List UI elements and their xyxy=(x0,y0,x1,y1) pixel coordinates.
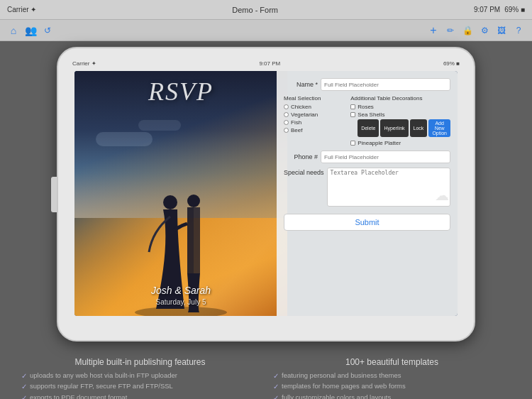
special-textarea[interactable] xyxy=(327,168,450,207)
name-label: Name * xyxy=(284,81,318,88)
ipad-time: 9:07 PM xyxy=(259,60,280,67)
app-screen: RSVP Josh & Sarah Saturday, July 5 Name … xyxy=(74,71,458,316)
decorations-title: Additional Table Decorations xyxy=(350,95,450,102)
home-icon[interactable]: ⌂ xyxy=(7,24,20,37)
feature-text-2: supports regular FTP, secure FTP and FTP… xyxy=(30,382,173,390)
time-text: 9:07 PM xyxy=(474,6,500,13)
radio-vegetarian[interactable]: Vegetarian xyxy=(284,111,348,118)
checkbox-pineapple[interactable]: Pineapple Platter xyxy=(350,140,450,146)
feature-item-1: ✓ uploads to any web host via built-in F… xyxy=(21,371,259,380)
add-new-option-button[interactable]: Add New Option xyxy=(428,119,450,137)
right-feature-item-1: ✓ featuring personal and business themes xyxy=(273,371,511,380)
rsvp-title: RSVP xyxy=(74,77,287,106)
meal-title: Meal Selection xyxy=(284,95,348,102)
name-input[interactable] xyxy=(321,78,450,91)
wedding-names: Josh & Sarah xyxy=(74,285,287,296)
checkbox-roses[interactable]: Roses xyxy=(350,104,450,110)
checkbox-pineapple-box[interactable] xyxy=(350,141,355,146)
radio-chicken-label: Chicken xyxy=(291,104,311,110)
wedding-date: Saturday, July 5 xyxy=(74,298,287,306)
feature-text-1: uploads to any web host via built-in FTP… xyxy=(30,371,177,380)
check-icon-r3: ✓ xyxy=(273,394,279,399)
radio-vegetarian-label: Vegetarian xyxy=(291,111,318,118)
checkbox-roses-box[interactable] xyxy=(350,104,355,109)
left-features-col: Multiple built-in publishing features ✓ … xyxy=(21,357,259,399)
hyperlink-button[interactable]: Hyperlink xyxy=(380,119,408,137)
radio-fish-circle[interactable] xyxy=(284,120,289,125)
radio-beef[interactable]: Beef xyxy=(284,127,348,133)
question-icon[interactable]: ? xyxy=(512,24,525,37)
pencil-icon[interactable]: ✏ xyxy=(444,24,457,37)
photo-background: RSVP Josh & Sarah Saturday, July 5 xyxy=(74,71,287,316)
check-icon-1: ✓ xyxy=(21,372,27,380)
svg-point-2 xyxy=(187,195,200,207)
lock-icon[interactable]: 🔒 xyxy=(461,24,474,37)
checkbox-shells-label: Sea Shells xyxy=(358,111,384,118)
ipad-battery: 69% ■ xyxy=(443,60,460,67)
ipad-carrier: Carrier ✦ xyxy=(72,60,96,67)
radio-beef-circle[interactable] xyxy=(284,128,289,133)
check-icon-3: ✓ xyxy=(21,394,27,399)
carrier-text: Carrier ✦ xyxy=(7,6,36,13)
photo-icon[interactable]: 🖼 xyxy=(495,24,508,37)
system-bar: Carrier ✦ Demo - Form 9:07 PM 69% ■ xyxy=(0,0,532,20)
submit-button[interactable]: Submit xyxy=(284,214,450,231)
form-panel: Name * Meal Selection Chicken xyxy=(277,71,458,316)
feature-item-3: ✓ exports to PDF document format xyxy=(21,393,259,399)
radio-beef-label: Beef xyxy=(291,127,302,133)
home-button[interactable] xyxy=(51,177,57,212)
battery-text: 69% ■ xyxy=(504,6,525,13)
phone-input[interactable] xyxy=(321,151,450,163)
feature-text-3: exports to PDF document format xyxy=(30,393,127,399)
right-features-col: 100+ beautiful templates ✓ featuring per… xyxy=(273,357,511,399)
right-feature-text-2: templates for home pages and web forms xyxy=(282,382,406,390)
gear-icon[interactable]: ⚙ xyxy=(478,24,491,37)
delete-button[interactable]: Delete xyxy=(358,119,379,137)
ipad-status-bar: Carrier ✦ 9:07 PM 69% ■ xyxy=(67,58,465,68)
right-feature-item-3: ✓ fully customizable colors and layouts xyxy=(273,393,511,399)
check-icon-2: ✓ xyxy=(21,383,27,390)
right-feature-item-2: ✓ templates for home pages and web forms xyxy=(273,382,511,390)
phone-row: Phone # xyxy=(284,151,450,163)
main-area: Carrier ✦ 9:07 PM 69% ■ xyxy=(0,41,532,399)
refresh-icon[interactable]: ↺ xyxy=(41,24,54,37)
radio-fish-label: Fish xyxy=(291,119,301,126)
status-right: 9:07 PM 69% ■ xyxy=(474,6,525,13)
status-left: Carrier ✦ xyxy=(7,6,36,13)
cloud-icon: ☁ xyxy=(435,187,455,201)
checkbox-shells[interactable]: Sea Shells xyxy=(350,111,450,118)
check-icon-r1: ✓ xyxy=(273,372,279,380)
radio-vegetarian-circle[interactable] xyxy=(284,112,289,117)
right-features-title: 100+ beautiful templates xyxy=(273,357,511,367)
options-row: Meal Selection Chicken Vegetarian Fish xyxy=(284,95,450,148)
add-icon[interactable]: + xyxy=(427,24,440,37)
right-feature-text-1: featuring personal and business themes xyxy=(282,371,401,380)
feature-item-2: ✓ supports regular FTP, secure FTP and F… xyxy=(21,382,259,390)
phone-label: Phone # xyxy=(284,153,318,160)
page-title: Demo - Form xyxy=(232,6,278,14)
special-label: Special needs xyxy=(284,169,324,176)
right-feature-text-3: fully customizable colors and layouts xyxy=(282,393,391,399)
ipad-frame: Carrier ✦ 9:07 PM 69% ■ xyxy=(57,47,475,341)
lock-button[interactable]: Lock xyxy=(410,119,428,137)
decorations-section: Additional Table Decorations Roses Sea S… xyxy=(350,95,450,148)
checkbox-pineapple-label: Pineapple Platter xyxy=(358,140,401,146)
checkbox-roses-label: Roses xyxy=(358,104,374,110)
left-features-title: Multiple built-in publishing features xyxy=(21,357,259,367)
special-row: Special needs xyxy=(284,168,450,207)
checkbox-shells-box[interactable] xyxy=(350,112,355,117)
radio-chicken[interactable]: Chicken xyxy=(284,104,348,110)
radio-chicken-circle[interactable] xyxy=(284,104,289,109)
radio-fish[interactable]: Fish xyxy=(284,119,348,126)
meal-section: Meal Selection Chicken Vegetarian Fish xyxy=(284,95,348,148)
svg-point-1 xyxy=(163,195,177,209)
context-menu: Delete Hyperlink Lock Add New Option xyxy=(358,119,450,137)
check-icon-r2: ✓ xyxy=(273,383,279,390)
people-icon[interactable]: 👥 xyxy=(24,24,37,37)
features-section: Multiple built-in publishing features ✓ … xyxy=(0,347,532,399)
name-row: Name * xyxy=(284,78,450,91)
